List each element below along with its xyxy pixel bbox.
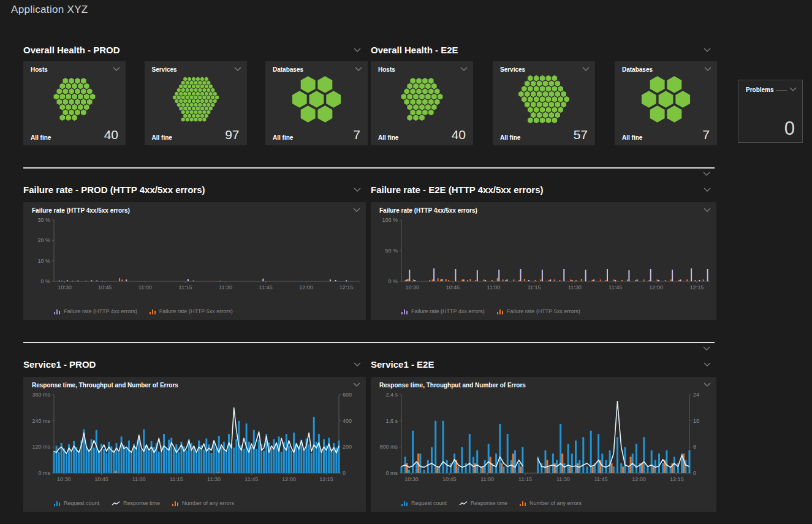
hexagon-healthy <box>66 115 71 121</box>
hexagon-healthy <box>410 99 415 105</box>
hexagon-healthy <box>558 107 564 113</box>
svg-text:240 ms: 240 ms <box>32 418 50 424</box>
health-tile-e2e-hosts[interactable]: HostsAll fine40 <box>371 61 473 145</box>
legend-item[interactable]: Request count <box>54 500 99 506</box>
chart-tile-failure-rate-prod[interactable]: Failure rate (HTTP 4xx/5xx errors) 0 %10… <box>23 202 366 320</box>
chart-tile-service1-prod[interactable]: Response time, Throughput and Number of … <box>23 377 366 512</box>
chevron-down-icon[interactable] <box>352 382 361 387</box>
hexagon-healthy <box>75 88 80 94</box>
hexagon-healthy <box>207 103 210 107</box>
legend-item[interactable]: Request count <box>401 500 447 506</box>
health-tile-e2e-databases[interactable]: DatabasesAll fine7 <box>615 61 717 145</box>
hexagon-healthy <box>410 78 415 84</box>
hexagon-healthy <box>546 86 552 92</box>
chevron-down-icon[interactable] <box>353 47 362 53</box>
entity-count: 57 <box>574 128 588 141</box>
hexagon-healthy <box>194 88 197 93</box>
hexagon-healthy <box>204 114 208 118</box>
chevron-down-icon[interactable] <box>582 66 590 72</box>
health-tile-prod-hosts[interactable]: HostsAll fine40 <box>23 61 126 145</box>
chevron-down-icon[interactable] <box>703 47 711 53</box>
hexagon-healthy <box>63 88 68 94</box>
hexagon-healthy <box>425 104 431 110</box>
chart-legend: Request countResponse timeNumber of any … <box>54 500 234 506</box>
svg-text:10:45: 10:45 <box>98 284 112 290</box>
svg-text:12:15: 12:15 <box>670 476 684 482</box>
svg-text:200: 200 <box>343 444 352 450</box>
line-icon <box>112 501 120 506</box>
chevron-down-icon[interactable] <box>112 66 121 72</box>
hexagon-healthy <box>558 86 564 92</box>
legend-item[interactable]: Response time <box>459 500 507 506</box>
hexagon-healthy <box>188 85 191 89</box>
legend-item[interactable]: Failure rate (HTTP 5xx errors) <box>497 308 580 314</box>
chevron-down-icon[interactable] <box>702 346 711 351</box>
hexagon-healthy <box>181 96 184 100</box>
bars-icon <box>401 501 408 506</box>
hexagon-healthy <box>292 91 307 108</box>
hexagon-healthy <box>63 99 68 105</box>
legend-item[interactable]: Failure rate (HTTP 5xx errors) <box>150 308 233 314</box>
tile-title: Failure rate (HTTP 4xx/5xx errors) <box>32 207 130 214</box>
chevron-down-icon[interactable] <box>233 66 242 72</box>
hexagon-healthy <box>176 96 180 100</box>
health-tile-prod-databases[interactable]: DatabasesAll fine7 <box>265 61 368 145</box>
chevron-down-icon[interactable] <box>703 382 711 387</box>
hexagon-healthy <box>200 92 203 96</box>
legend-item[interactable]: Response time <box>112 500 160 506</box>
legend-item[interactable]: Number of any errors <box>520 500 582 506</box>
chevron-down-icon[interactable] <box>703 362 711 367</box>
chart-tile-service1-e2e[interactable]: Response time, Throughput and Number of … <box>371 377 716 512</box>
legend-item[interactable]: Failure rate (HTTP 4xx errors) <box>54 308 137 314</box>
hexagon-healthy <box>534 86 539 92</box>
chart-legend: Failure rate (HTTP 4xx errors)Failure ra… <box>401 308 580 314</box>
hexagon-healthy <box>549 102 555 108</box>
hexagon-healthy <box>204 92 208 96</box>
hexagon-healthy <box>537 102 542 108</box>
hexagon-healthy <box>198 96 202 100</box>
problems-tile[interactable]: Problems 0 <box>738 80 803 143</box>
hexagon-healthy <box>540 75 545 82</box>
health-tile-e2e-services[interactable]: ServicesAll fine57 <box>493 61 595 145</box>
health-tile-prod-services[interactable]: ServicesAll fine97 <box>145 61 247 145</box>
legend-item[interactable]: Number of any errors <box>172 500 234 506</box>
chevron-down-icon[interactable] <box>789 86 797 92</box>
hexagon-cluster <box>371 73 473 126</box>
svg-text:10:30: 10:30 <box>58 284 72 290</box>
hexagon-healthy <box>69 88 74 94</box>
chart-tile-failure-rate-e2e[interactable]: Failure rate (HTTP 4xx/5xx errors) 0 %50… <box>371 202 716 320</box>
svg-text:10:30: 10:30 <box>405 284 419 290</box>
hexagon-healthy <box>69 99 74 105</box>
hexagon-healthy <box>200 77 203 82</box>
hexagon-healthy <box>207 96 210 100</box>
svg-text:0: 0 <box>693 470 696 476</box>
hexagon-healthy <box>200 99 203 104</box>
chevron-down-icon[interactable] <box>460 66 468 72</box>
chevron-down-icon[interactable] <box>703 207 711 213</box>
chevron-down-icon[interactable] <box>353 362 362 367</box>
legend-item[interactable]: Failure rate (HTTP 4xx errors) <box>401 308 485 314</box>
chevron-down-icon[interactable] <box>352 207 361 213</box>
svg-text:8: 8 <box>693 444 696 450</box>
hexagon-healthy <box>189 103 193 107</box>
hexagon-healthy <box>208 107 212 111</box>
chart-legend: Failure rate (HTTP 4xx errors)Failure ra… <box>54 308 233 314</box>
chevron-down-icon[interactable] <box>702 171 711 177</box>
hexagon-healthy <box>78 83 83 89</box>
entity-count: 7 <box>702 128 710 141</box>
chevron-down-icon[interactable] <box>354 66 363 72</box>
hexagon-healthy <box>198 118 202 122</box>
chevron-down-icon[interactable] <box>704 66 712 72</box>
tile-title: Hosts <box>378 66 395 73</box>
tile-title: Services <box>152 66 177 73</box>
hexagon-healthy <box>546 96 552 102</box>
hexagon-healthy <box>207 110 210 115</box>
chevron-down-icon[interactable] <box>353 187 362 192</box>
hexagon-healthy <box>192 99 195 104</box>
section-title: Overall Health - PROD <box>23 45 120 55</box>
svg-text:800 ms: 800 ms <box>379 444 398 450</box>
hexagon-healthy <box>87 99 93 105</box>
chevron-down-icon[interactable] <box>703 187 711 192</box>
hexagon-healthy <box>66 94 71 100</box>
hexagon-healthy <box>185 118 189 122</box>
